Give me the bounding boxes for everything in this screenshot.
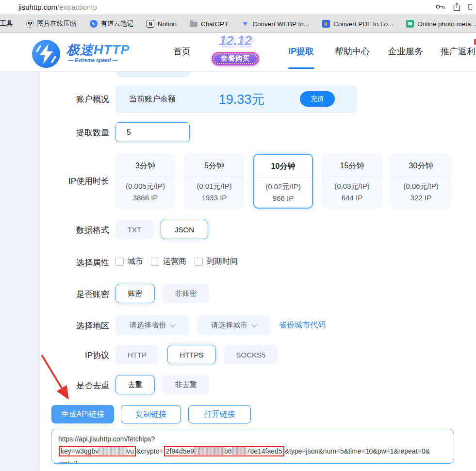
password-key-icon[interactable] <box>436 3 445 12</box>
attribute-city[interactable]: 城市 <box>115 257 143 267</box>
protocol-option-socks5[interactable]: SOCKS5 <box>224 345 278 364</box>
checkbox-city[interactable] <box>115 258 124 266</box>
nav-referral[interactable]: 推广返利 <box>441 46 476 57</box>
quantity-input[interactable]: 5 <box>115 122 190 142</box>
bookmark-item-image-compress[interactable]: 图片在线压缩 <box>26 19 77 28</box>
bookmark-item-convert-pdf[interactable]: Convert PDF to Lo... <box>322 20 393 28</box>
region-label: 选择地区 <box>0 320 109 331</box>
api-url-output[interactable]: https://api.jisuhttp.com/fetchips? key=w… <box>51 429 454 464</box>
logo-subtitle: Extreme speed <box>67 57 118 63</box>
dedup-option-no[interactable]: 非去重 <box>163 375 209 394</box>
redacted-mosaic <box>194 447 224 455</box>
duration-option-3min[interactable]: 3分钟 (0.005元/IP) 3866 IP <box>115 154 175 209</box>
redacted-key-highlight: key=w3qgbvvu <box>59 446 136 456</box>
app-window: jisuhttp.com/extractionIp 密工具 图片在线压缩 有道云… <box>0 0 476 471</box>
auth-label: 是否账密 <box>0 289 109 300</box>
auth-option-credentials-selected[interactable]: 账密 <box>115 284 155 303</box>
attributes-label: 选择属性 <box>0 257 109 268</box>
duration-option-5min[interactable]: 5分钟 (0.01元/IP) 1933 IP <box>184 154 244 209</box>
red-annotation-arrow <box>36 348 80 408</box>
site-header: 极速HTTP Extreme speed 首页 12.12 套餐购买 IP提取 … <box>0 33 476 72</box>
bookmark-item-chatgpt[interactable]: ChatGPT <box>190 20 228 28</box>
open-link-button[interactable]: 打开链接 <box>188 405 251 423</box>
pdf-converter-icon <box>322 20 330 28</box>
heart-icon <box>241 20 249 28</box>
duration-option-15min[interactable]: 15分钟 (0.03元/IP) 644 IP <box>322 154 382 209</box>
duration-option-10min-selected[interactable]: 10分钟 (0.02元/IP) 966 IP <box>253 154 313 209</box>
pencil-icon <box>90 20 98 28</box>
logo-title[interactable]: 极速HTTP <box>66 41 130 59</box>
format-option-txt[interactable]: TXT <box>115 220 153 239</box>
quantity-label: 提取数量 <box>0 127 109 138</box>
account-balance-panel: 当前账户余额 19.33元 充值 <box>115 85 357 113</box>
auth-option-no-credentials[interactable]: 非账密 <box>163 284 209 303</box>
api-url-line2: key=w3qgbvvu&crypto=2f94d5e9b878e14faed5… <box>58 445 447 457</box>
nav-enterprise[interactable]: 企业服务 <box>388 46 423 57</box>
account-overview-label: 账户概况 <box>0 94 109 105</box>
folder-icon <box>190 22 197 27</box>
bookmarks-bar: 密工具 图片在线压缩 有道云笔记 Notion ChatGPT Convert … <box>0 15 476 33</box>
protocol-option-https-selected[interactable]: HTTPS <box>167 345 216 364</box>
copy-link-button[interactable]: 复制链接 <box>121 405 181 423</box>
redacted-mosaic <box>98 447 127 455</box>
photo-meta-icon <box>406 20 414 28</box>
url-host: jisuhttp.com <box>18 3 57 11</box>
api-url-line3: port=2 <box>58 457 447 464</box>
bookmark-item-youdao-note[interactable]: 有道云笔记 <box>90 19 134 28</box>
duration-option-30min[interactable]: 30分钟 (0.06元/IP) 322 IP <box>391 154 451 209</box>
truncated-element-above <box>116 72 190 77</box>
protocol-option-http[interactable]: HTTP <box>115 345 159 364</box>
notion-icon <box>147 20 154 28</box>
recharge-button[interactable]: 充值 <box>300 91 335 107</box>
checkbox-isp[interactable] <box>151 258 159 266</box>
province-select[interactable]: 请选择省份 <box>115 315 189 335</box>
bookmark-item-notion[interactable]: Notion <box>147 20 177 28</box>
balance-amount: 19.33元 <box>198 91 285 108</box>
panda-icon <box>26 20 34 28</box>
promo-buy-pill: 套餐购买 <box>212 52 259 65</box>
bookmark-item-encrypt-tool[interactable]: 密工具 <box>0 19 13 28</box>
share-icon[interactable] <box>453 2 460 13</box>
balance-label: 当前账户余额 <box>129 94 176 104</box>
province-city-code-link[interactable]: 省份城市代码 <box>279 320 326 330</box>
city-select[interactable]: 请选择城市 <box>197 315 270 335</box>
redacted-mosaic <box>232 447 246 455</box>
format-label: 数据格式 <box>0 225 109 236</box>
nav-help-center[interactable]: 帮助中心 <box>335 46 370 57</box>
checkbox-expire-time[interactable] <box>195 258 203 266</box>
attribute-isp[interactable]: 运营商 <box>151 257 186 267</box>
api-url-line1: https://api.jisuhttp.com/fetchips? <box>58 433 447 445</box>
duration-label: IP使用时长 <box>0 176 109 187</box>
address-bar[interactable]: jisuhttp.com/extractionIp <box>18 3 97 11</box>
attribute-expire-time[interactable]: 到期时间 <box>195 257 238 267</box>
nav-home[interactable]: 首页 <box>173 46 191 57</box>
promo-date: 12.12 <box>210 33 261 49</box>
bookmark-item-convert-webp[interactable]: Convert WEBP to... <box>241 20 309 28</box>
dedup-option-yes-selected[interactable]: 去重 <box>115 375 155 394</box>
redacted-crypto-highlight: 2f94d5e9b878e14faed5 <box>164 446 284 456</box>
logo-lightning-icon[interactable] <box>31 39 61 71</box>
chevron-down-icon <box>251 322 257 327</box>
url-path: /extractionIp <box>57 3 97 11</box>
active-tab-underline <box>288 67 314 69</box>
format-option-json-selected[interactable]: JSON <box>161 220 208 239</box>
chevron-down-icon <box>170 322 175 327</box>
nav-red-badge <box>474 39 476 45</box>
promo-1212-badge[interactable]: 12.12 套餐购买 <box>210 34 261 66</box>
bookmark-item-photo-meta[interactable]: Online photo meta... <box>406 20 476 28</box>
truncated-toolbar-icon[interactable] <box>468 3 472 13</box>
nav-ip-extract-active[interactable]: IP提取 <box>288 46 314 57</box>
browser-url-bar: jisuhttp.com/extractionIp <box>0 0 476 15</box>
